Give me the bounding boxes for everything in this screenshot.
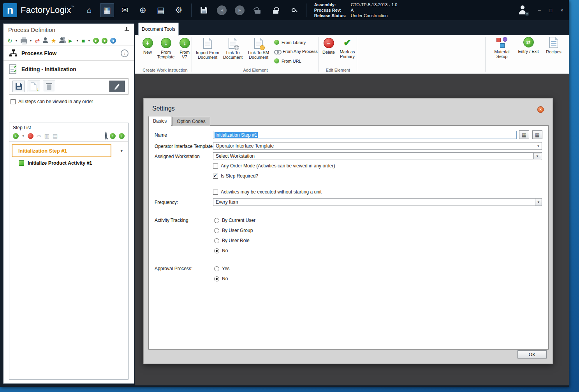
- any-order-mode-checkbox[interactable]: Any Order Mode (Activities can be viewed…: [213, 163, 335, 169]
- material-setup-button[interactable]: Material Setup: [491, 37, 513, 59]
- document-search-icon[interactable]: [287, 3, 301, 17]
- any-order-mode-box[interactable]: [213, 163, 218, 169]
- dialog-close-icon[interactable]: ×: [537, 106, 544, 113]
- activity-item[interactable]: Initialize Product Activity #1: [9, 157, 128, 166]
- lock-icon[interactable]: [269, 3, 283, 17]
- tab-document-tools[interactable]: Document Tools: [138, 23, 179, 35]
- radio-by-user-role-dot[interactable]: [214, 238, 219, 243]
- home-icon[interactable]: ⌂: [82, 3, 96, 17]
- ok-button[interactable]: OK: [517, 350, 547, 359]
- operator-template-dropdown-icon[interactable]: ▼: [535, 142, 542, 149]
- add-step-caret-icon[interactable]: ▼: [22, 135, 25, 137]
- edit-mode-button[interactable]: [109, 81, 125, 92]
- radio-by-current-user[interactable]: By Current User: [214, 218, 255, 223]
- refresh-icon[interactable]: ↻: [7, 38, 12, 44]
- any-order-checkbox[interactable]: All steps can be viewed in any order: [4, 95, 134, 107]
- name-input[interactable]: Initialization Step #1: [213, 131, 517, 139]
- delete-step-button[interactable]: [43, 81, 55, 92]
- back-icon[interactable]: ◄: [215, 3, 229, 17]
- record-icon[interactable]: ●: [102, 38, 107, 44]
- close-window-button[interactable]: ×: [558, 7, 566, 13]
- recipes-button[interactable]: Recipes: [544, 37, 564, 54]
- from-v7-button[interactable]: ↓ From V7: [177, 38, 192, 59]
- radio-by-user-group[interactable]: By User Group: [214, 228, 253, 233]
- radio-approval-no[interactable]: No: [214, 276, 228, 281]
- export-caret-icon[interactable]: ▼: [76, 39, 79, 42]
- radio-by-user-role[interactable]: By User Role: [214, 238, 250, 243]
- users-icon[interactable]: [59, 37, 65, 44]
- radio-tracking-no[interactable]: No: [214, 248, 228, 253]
- radio-approval-yes[interactable]: Yes: [214, 266, 230, 271]
- frequency-combo[interactable]: Every Item ▼: [213, 198, 542, 206]
- radio-approval-yes-dot[interactable]: [214, 266, 219, 271]
- activities-without-unit-checkbox[interactable]: Activities may be executed without start…: [213, 189, 322, 195]
- pin-icon[interactable]: [124, 27, 129, 32]
- forward-icon[interactable]: ►: [233, 3, 247, 17]
- delete-button[interactable]: − Delete: [320, 38, 337, 54]
- step-item-selected[interactable]: Initialization Step #1: [12, 144, 111, 157]
- sync-icon[interactable]: ⇄: [35, 38, 40, 44]
- zoom-icon[interactable]: [105, 132, 107, 139]
- workstation-dropdown-icon[interactable]: ▼: [533, 153, 541, 159]
- mark-as-primary-button[interactable]: ✔ Mark as Primary: [338, 38, 357, 59]
- tab-option-codes[interactable]: Option Codes: [172, 117, 210, 126]
- tab-basics[interactable]: Basics: [148, 116, 171, 126]
- import-from-document-button[interactable]: Import From Document: [195, 38, 220, 60]
- step-chevron-icon[interactable]: ▾: [120, 148, 123, 153]
- link-to-sm-document-button[interactable]: Link To SM Document: [246, 38, 271, 60]
- radio-by-current-user-dot[interactable]: [214, 218, 219, 223]
- save-step-button[interactable]: [12, 81, 25, 92]
- from-template-button[interactable]: ↓ From Template: [157, 38, 175, 59]
- info-icon[interactable]: ●: [110, 38, 116, 44]
- import-step-button[interactable]: ↓: [28, 81, 40, 92]
- play-icon[interactable]: ►: [93, 38, 99, 44]
- radio-approval-no-dot[interactable]: [214, 276, 219, 281]
- frequency-dropdown-icon[interactable]: ▼: [535, 199, 542, 206]
- user-account-icon[interactable]: ×: [517, 5, 528, 16]
- is-step-required-box[interactable]: [213, 174, 218, 179]
- move-up-icon[interactable]: ↑: [110, 133, 116, 139]
- save-icon[interactable]: [197, 3, 211, 17]
- any-order-checkbox-box[interactable]: [11, 99, 16, 104]
- from-url-button[interactable]: From URL: [274, 58, 301, 63]
- operator-template-combo[interactable]: Operator Interface Template ▼: [213, 142, 542, 150]
- from-library-button[interactable]: From Library: [274, 40, 306, 45]
- news-icon[interactable]: ▤: [154, 3, 168, 17]
- editing-checklist-icon: [9, 64, 18, 74]
- package-icon[interactable]: ■: [81, 38, 85, 44]
- process-flow-item[interactable]: Process Flow ↓: [4, 46, 134, 60]
- print-caret-icon[interactable]: ▼: [30, 39, 32, 42]
- user-icon[interactable]: [42, 37, 48, 44]
- star-icon[interactable]: ★: [51, 38, 56, 44]
- is-step-required-checkbox[interactable]: Is Step Required?: [213, 173, 258, 179]
- from-template-icon: ↓: [161, 38, 171, 48]
- unlock-icon[interactable]: [251, 3, 265, 17]
- radio-by-user-group-dot[interactable]: [214, 228, 219, 233]
- new-button[interactable]: + New: [139, 38, 157, 54]
- process-definition-icon[interactable]: ▦: [100, 3, 114, 17]
- print-icon[interactable]: [21, 39, 27, 43]
- workstation-combo[interactable]: Select Workstation ▼: [213, 152, 542, 160]
- minimize-button[interactable]: –: [535, 7, 543, 13]
- export-icon[interactable]: ►: [67, 38, 73, 44]
- expand-down-icon[interactable]: ↓: [121, 49, 128, 57]
- maximize-button[interactable]: □: [547, 7, 554, 13]
- entry-exit-button[interactable]: ⇄ Entry / Exit: [516, 37, 540, 54]
- copy-icon[interactable]: ▥: [44, 133, 49, 139]
- cut-icon[interactable]: ✂: [37, 133, 41, 139]
- add-step-icon[interactable]: +: [13, 133, 19, 139]
- remove-step-icon[interactable]: −: [28, 133, 33, 139]
- keyboard-extended-button[interactable]: ▦: [532, 130, 542, 139]
- keyboard-button[interactable]: ▦: [519, 130, 529, 139]
- from-any-process-button[interactable]: From Any Process: [274, 49, 318, 54]
- paste-icon[interactable]: ▤: [53, 133, 58, 139]
- compass-icon[interactable]: ⊕: [136, 3, 150, 17]
- activities-without-unit-box[interactable]: [213, 190, 218, 195]
- move-down-icon[interactable]: ↓: [119, 133, 125, 139]
- settings-gear-icon[interactable]: ⚙: [172, 3, 186, 17]
- documents-icon[interactable]: ✉: [118, 3, 132, 17]
- link-to-document-button[interactable]: Link To Document: [222, 38, 244, 60]
- package-caret-icon[interactable]: ▼: [88, 39, 90, 42]
- refresh-caret-icon[interactable]: ▼: [15, 39, 18, 42]
- radio-tracking-no-dot[interactable]: [214, 248, 219, 253]
